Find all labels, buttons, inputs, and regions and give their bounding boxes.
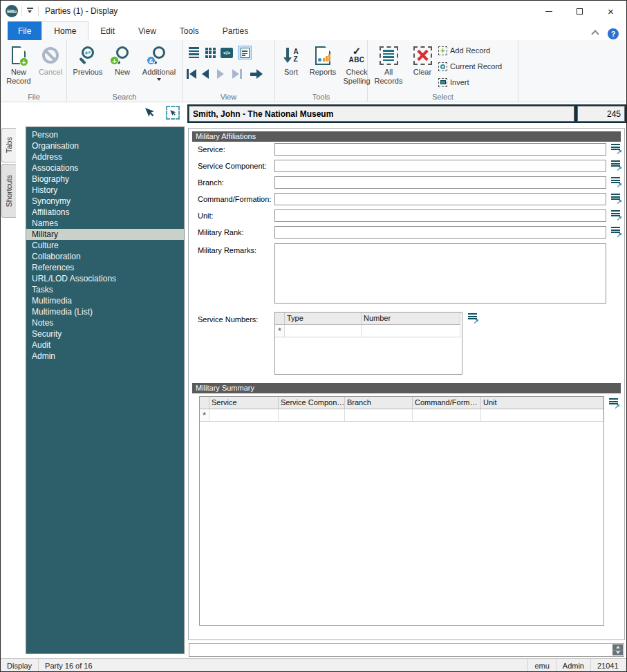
- new-record-icon: +: [12, 43, 26, 68]
- sidebar-item-person[interactable]: Person: [26, 129, 184, 140]
- lookup-list-icon-service-component[interactable]: ↗: [611, 160, 622, 171]
- quick-access-dropdown-icon[interactable]: [26, 8, 34, 13]
- clear-selection-button[interactable]: Clear: [408, 43, 437, 77]
- help-icon[interactable]: ?: [608, 28, 619, 39]
- grid-cell-service-compon[interactable]: [279, 409, 345, 422]
- sidebar-item-biography[interactable]: Biography: [26, 174, 184, 185]
- branch-input[interactable]: [274, 176, 606, 189]
- military-remarks-textarea[interactable]: [274, 243, 606, 304]
- previous-search-button[interactable]: ↩ Previous: [68, 43, 107, 77]
- lookup-list-icon-branch[interactable]: ↗: [611, 177, 622, 188]
- grid-cell-branch[interactable]: [345, 409, 413, 422]
- sort-button[interactable]: AZ Sort: [278, 43, 304, 77]
- last-record-button[interactable]: [232, 69, 242, 79]
- goto-record-button[interactable]: [250, 69, 263, 79]
- code-view-icon: </>: [221, 48, 233, 58]
- ribbon-tab-edit[interactable]: Edit: [88, 21, 127, 40]
- reports-view-button[interactable]: </>: [220, 46, 234, 59]
- add-record-button[interactable]: + Add Record: [438, 44, 490, 57]
- grid-cell-command-form[interactable]: [413, 409, 481, 422]
- sidebar-item-culture[interactable]: Culture: [26, 240, 184, 251]
- scroll-up-button[interactable]: [612, 644, 623, 651]
- maximize-button[interactable]: [564, 1, 595, 21]
- current-record-button[interactable]: Current Record: [438, 60, 502, 73]
- invert-selection-button[interactable]: Invert: [438, 76, 469, 88]
- ribbon-tab-file[interactable]: File: [8, 21, 41, 40]
- sidebar-item-multimedia[interactable]: Multimedia: [26, 295, 184, 306]
- scroll-down-button[interactable]: [612, 651, 623, 656]
- sidebar-item-military[interactable]: Military: [26, 229, 184, 240]
- new-record-button[interactable]: + New Record: [3, 43, 35, 86]
- previous-record-button[interactable]: [202, 69, 209, 79]
- lookup-list-icon-service[interactable]: ↗: [611, 144, 622, 155]
- ribbon-group-file: + New Record Cancel File: [1, 40, 67, 102]
- sidebar-item-security[interactable]: Security: [26, 328, 184, 339]
- lookup-list-icon-military-rank[interactable]: ↗: [611, 227, 622, 238]
- sidebar-item-address[interactable]: Address: [26, 151, 184, 162]
- unit-input[interactable]: [274, 209, 606, 222]
- additional-search-button[interactable]: & Additional: [138, 43, 180, 81]
- sidebar-item-history[interactable]: History: [26, 185, 184, 196]
- new-search-button[interactable]: + New: [109, 43, 136, 77]
- lookup-list-icon-service-numbers[interactable]: ↗: [468, 313, 479, 324]
- details-view-button[interactable]: [238, 46, 252, 59]
- new-search-icon: +: [112, 43, 133, 68]
- grid-cell-type[interactable]: [285, 325, 362, 337]
- ribbon-tab-view[interactable]: View: [127, 21, 168, 40]
- group-label-search: Search: [67, 93, 182, 101]
- sidebar-item-audit[interactable]: Audit: [26, 339, 184, 351]
- additional-search-icon: &: [149, 43, 169, 68]
- column-header-unit: Unit: [481, 397, 603, 409]
- next-record-button[interactable]: [217, 69, 224, 79]
- select-mode-icon[interactable]: [166, 106, 180, 120]
- grid-cell-service[interactable]: [209, 409, 279, 422]
- statusbar-mode: Display: [1, 659, 39, 672]
- minimize-button[interactable]: [533, 1, 564, 21]
- ribbon-tab-parties[interactable]: Parties: [211, 21, 260, 40]
- lookup-list-icon-unit[interactable]: ↗: [611, 210, 622, 221]
- sidebar-item-organisation[interactable]: Organisation: [26, 140, 184, 151]
- first-record-button[interactable]: [187, 69, 196, 79]
- grid-cell-number[interactable]: [362, 325, 460, 337]
- service-component-input[interactable]: [274, 160, 606, 172]
- field-label-military-remarks: Military Remarks:: [198, 246, 256, 254]
- ribbon-tab-home[interactable]: Home: [41, 21, 88, 40]
- lookup-arrow-icon: ↗: [611, 183, 622, 188]
- lookup-list-icon-military-summary[interactable]: ↗: [609, 398, 620, 409]
- pointer-mode-icon[interactable]: [144, 106, 156, 119]
- up-arrow-icon: [616, 646, 620, 648]
- sidebar-item-affiliations[interactable]: Affiliations: [26, 207, 184, 218]
- sidebar-item-tasks[interactable]: Tasks: [26, 284, 184, 295]
- close-button[interactable]: ×: [595, 1, 626, 21]
- reports-button[interactable]: Reports: [306, 43, 340, 77]
- all-records-button[interactable]: All Records: [371, 43, 406, 86]
- cancel-button[interactable]: Cancel: [36, 43, 65, 77]
- lookup-arrow-icon: ↗: [611, 149, 622, 155]
- sidebar-item-associations[interactable]: Associations: [26, 162, 184, 174]
- military-rank-input[interactable]: [274, 226, 606, 239]
- side-tab-shortcuts[interactable]: Shortcuts: [1, 164, 16, 218]
- group-label-select: Select: [368, 93, 518, 101]
- record-title: Smith, John - The National Museum: [189, 106, 574, 122]
- sidebar-item-synonymy[interactable]: Synonymy: [26, 196, 184, 207]
- command-formation-input[interactable]: [274, 193, 606, 205]
- sidebar-item-notes[interactable]: Notes: [26, 317, 184, 328]
- grid-new-row[interactable]: *: [200, 409, 603, 422]
- service-input[interactable]: [274, 143, 606, 156]
- sidebar-item-collaboration[interactable]: Collaboration: [26, 251, 184, 262]
- grid-new-row[interactable]: *: [275, 325, 462, 337]
- grid-cell-unit[interactable]: [481, 409, 603, 422]
- sidebar-item-admin[interactable]: Admin: [26, 351, 184, 362]
- sidebar-item-references[interactable]: References: [26, 262, 184, 273]
- main-panel: Military Affiliations Military Remarks: …: [188, 128, 625, 640]
- contact-sheet-view-button[interactable]: [203, 46, 217, 59]
- statusbar-user: Admin: [556, 659, 590, 672]
- lookup-list-icon-command-formation[interactable]: ↗: [611, 194, 622, 205]
- app-icon[interactable]: EMu: [6, 5, 18, 17]
- list-view-button[interactable]: [187, 46, 200, 59]
- ribbon-tab-tools[interactable]: Tools: [168, 21, 211, 40]
- side-tab-tabs[interactable]: Tabs: [1, 128, 16, 162]
- sidebar-item-url-lod-associations[interactable]: URL/LOD Associations: [26, 273, 184, 284]
- sidebar-item-names[interactable]: Names: [26, 218, 184, 229]
- sidebar-item-multimedia-list[interactable]: Multimedia (List): [26, 306, 184, 317]
